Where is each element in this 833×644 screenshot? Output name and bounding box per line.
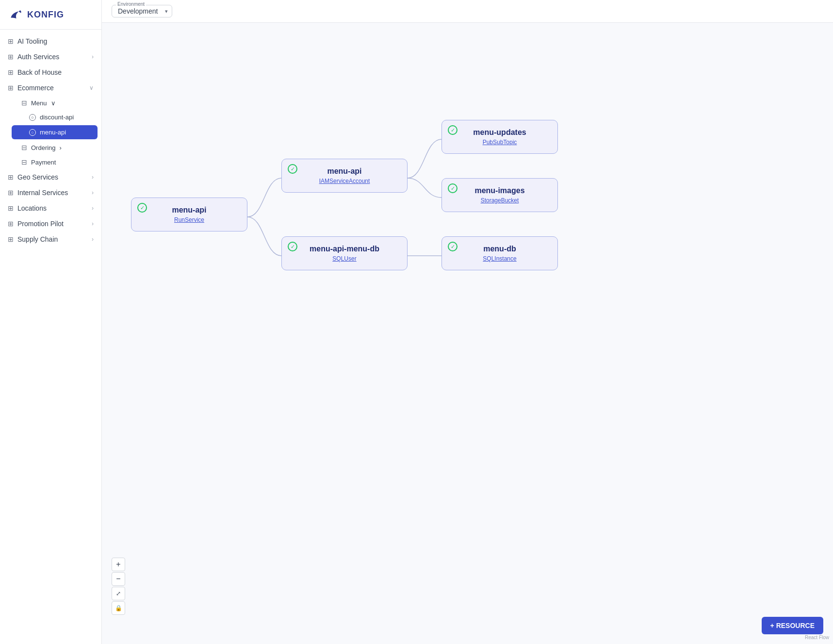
nav-label: Ordering bbox=[31, 144, 56, 151]
add-resource-button[interactable]: + RESOURCE bbox=[762, 617, 823, 634]
nav-label: Auth Services bbox=[17, 53, 59, 61]
logo-area: KONFIG bbox=[0, 0, 101, 30]
grid-icon: ⊞ bbox=[8, 84, 14, 92]
sidebar-item-supply-chain[interactable]: ⊞ Supply Chain › bbox=[0, 231, 101, 247]
sidebar-navigation: ⊞ AI Tooling ⊞ Auth Services › ⊞ Back of… bbox=[0, 30, 101, 251]
nav-label: Ecommerce bbox=[17, 84, 54, 92]
fit-view-button[interactable]: ⤢ bbox=[112, 587, 125, 600]
node-subtitle[interactable]: PubSubTopic bbox=[452, 139, 548, 146]
react-flow-watermark: React Flow bbox=[805, 635, 829, 640]
sidebar-item-locations[interactable]: ⊞ Locations › bbox=[0, 200, 101, 216]
circle-icon: ○ bbox=[29, 114, 36, 121]
zoom-controls: + − ⤢ 🔒 bbox=[112, 558, 125, 615]
ecommerce-subnav: ⊟ Menu ∨ ○ discount-api ○ menu-api ⊟ Ord… bbox=[0, 96, 101, 169]
sidebar-item-discount-api[interactable]: ○ discount-api bbox=[8, 110, 101, 124]
logo-icon bbox=[8, 7, 23, 22]
environment-label: Environment bbox=[116, 1, 146, 7]
lock-button[interactable]: 🔒 bbox=[112, 601, 125, 615]
node-menu-images[interactable]: ✓ menu-images StorageBucket bbox=[441, 178, 558, 212]
node-menu-db[interactable]: ✓ menu-db SQLInstance bbox=[441, 236, 558, 270]
check-icon: ✓ bbox=[448, 242, 457, 251]
check-icon: ✓ bbox=[448, 183, 457, 193]
sidebar-item-payment[interactable]: ⊟ Payment bbox=[8, 155, 101, 169]
sidebar-item-ordering[interactable]: ⊟ Ordering › bbox=[8, 140, 101, 155]
canvas-inner: ✓ menu-api RunService ✓ menu-api IAMServ… bbox=[102, 23, 833, 644]
node-subtitle[interactable]: SQLUser bbox=[292, 255, 397, 262]
zoom-in-button[interactable]: + bbox=[112, 558, 125, 571]
node-title: menu-api bbox=[141, 206, 237, 215]
nav-label: Back of House bbox=[17, 68, 62, 76]
chevron-right-icon: › bbox=[92, 174, 94, 181]
node-subtitle[interactable]: StorageBucket bbox=[452, 197, 548, 204]
node-title: menu-api-menu-db bbox=[292, 245, 397, 253]
check-icon: ✓ bbox=[288, 242, 297, 251]
node-menu-api-iam[interactable]: ✓ menu-api IAMServiceAccount bbox=[281, 159, 408, 193]
layers-icon: ⊟ bbox=[21, 99, 27, 107]
nav-label: AI Tooling bbox=[17, 37, 47, 45]
nav-label: Locations bbox=[17, 204, 47, 212]
topbar: Environment Development ▾ bbox=[102, 0, 833, 23]
nav-label: Internal Services bbox=[17, 189, 68, 197]
grid-icon: ⊞ bbox=[8, 37, 14, 45]
grid-icon: ⊞ bbox=[8, 235, 14, 243]
zoom-out-button[interactable]: − bbox=[112, 572, 125, 586]
grid-icon: ⊞ bbox=[8, 204, 14, 212]
chevron-right-icon: › bbox=[92, 53, 94, 60]
sidebar-item-ai-tooling[interactable]: ⊞ AI Tooling bbox=[0, 33, 101, 49]
sidebar-item-back-of-house[interactable]: ⊞ Back of House bbox=[0, 65, 101, 80]
sidebar: KONFIG ⊞ AI Tooling ⊞ Auth Services › ⊞ … bbox=[0, 0, 102, 644]
node-menu-updates[interactable]: ✓ menu-updates PubSubTopic bbox=[441, 120, 558, 154]
node-title: menu-images bbox=[452, 186, 548, 195]
sidebar-item-internal-services[interactable]: ⊞ Internal Services › bbox=[0, 185, 101, 200]
nav-label: Geo Services bbox=[17, 173, 58, 181]
node-title: menu-api bbox=[292, 167, 397, 176]
grid-icon: ⊞ bbox=[8, 220, 14, 228]
sidebar-item-geo-services[interactable]: ⊞ Geo Services › bbox=[0, 169, 101, 185]
node-subtitle[interactable]: IAMServiceAccount bbox=[292, 178, 397, 184]
sidebar-item-auth-services[interactable]: ⊞ Auth Services › bbox=[0, 49, 101, 65]
nav-label: Payment bbox=[31, 159, 56, 166]
flow-canvas[interactable]: ✓ menu-api RunService ✓ menu-api IAMServ… bbox=[102, 23, 833, 644]
chevron-down-icon: ∨ bbox=[51, 99, 56, 107]
circle-active-icon: ○ bbox=[29, 129, 36, 136]
sidebar-item-ecommerce[interactable]: ⊞ Ecommerce ∨ bbox=[0, 80, 101, 96]
node-menu-api-menu-db[interactable]: ✓ menu-api-menu-db SQLUser bbox=[281, 236, 408, 270]
chevron-down-icon: ▾ bbox=[165, 8, 168, 15]
app-name: KONFIG bbox=[27, 10, 64, 20]
sidebar-item-promotion-pilot[interactable]: ⊞ Promotion Pilot › bbox=[0, 216, 101, 231]
chevron-right-icon: › bbox=[92, 189, 94, 196]
check-icon: ✓ bbox=[448, 125, 457, 135]
main-content: Environment Development ▾ ✓ bbox=[102, 0, 833, 644]
check-icon: ✓ bbox=[288, 164, 297, 174]
node-menu-api-run[interactable]: ✓ menu-api RunService bbox=[131, 198, 247, 231]
environment-selector[interactable]: Environment Development ▾ bbox=[112, 5, 172, 17]
sidebar-item-menu-api[interactable]: ○ menu-api bbox=[12, 125, 98, 139]
chevron-right-icon: › bbox=[60, 144, 62, 151]
grid-icon: ⊞ bbox=[8, 189, 14, 197]
menu-subnav: ○ discount-api ○ menu-api bbox=[8, 110, 101, 139]
environment-value: Development bbox=[118, 7, 158, 15]
nav-label: Promotion Pilot bbox=[17, 220, 64, 228]
svg-point-0 bbox=[19, 11, 20, 12]
grid-icon: ⊞ bbox=[8, 53, 14, 61]
node-subtitle[interactable]: SQLInstance bbox=[452, 255, 548, 262]
check-icon: ✓ bbox=[137, 203, 147, 213]
chevron-down-icon: ∨ bbox=[89, 84, 94, 91]
nav-label: Supply Chain bbox=[17, 235, 58, 243]
connections-svg bbox=[102, 23, 833, 644]
chevron-right-icon: › bbox=[92, 205, 94, 212]
node-title: menu-db bbox=[452, 245, 548, 253]
chevron-right-icon: › bbox=[92, 220, 94, 227]
node-title: menu-updates bbox=[452, 128, 548, 137]
grid-icon: ⊞ bbox=[8, 68, 14, 76]
sidebar-item-menu[interactable]: ⊟ Menu ∨ bbox=[8, 96, 101, 110]
nav-label: Menu bbox=[31, 99, 47, 107]
node-subtitle[interactable]: RunService bbox=[141, 216, 237, 223]
layers-icon: ⊟ bbox=[21, 144, 27, 151]
grid-icon: ⊞ bbox=[8, 173, 14, 181]
nav-label: menu-api bbox=[40, 129, 66, 136]
layers-icon: ⊟ bbox=[21, 158, 27, 166]
chevron-right-icon: › bbox=[92, 236, 94, 243]
nav-label: discount-api bbox=[40, 114, 74, 121]
